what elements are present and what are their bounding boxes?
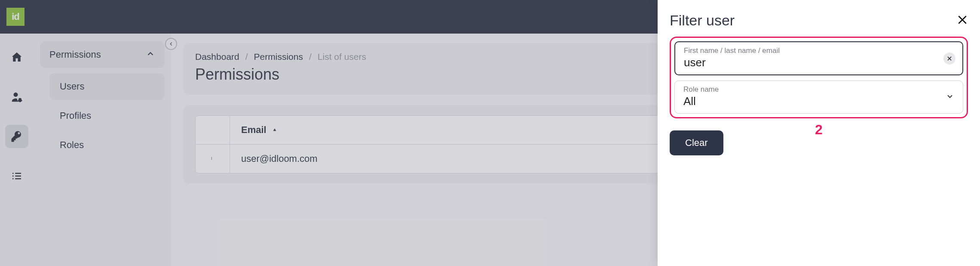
breadcrumb-separator: / [309, 52, 312, 62]
th-email[interactable]: Email [230, 116, 289, 144]
svg-point-1 [211, 158, 211, 158]
logo-text: id [12, 11, 19, 22]
clear-input-icon[interactable] [943, 53, 956, 65]
sidebar-group-permissions[interactable]: Permissions [40, 41, 165, 68]
nav-permissions-icon[interactable] [5, 125, 28, 148]
search-field[interactable]: First name / last name / email user [674, 41, 963, 75]
app-logo[interactable]: id [6, 8, 24, 26]
svg-point-2 [211, 159, 211, 160]
nav-home-icon[interactable] [5, 46, 28, 69]
nav-list-icon[interactable] [5, 164, 28, 188]
chevron-up-icon [146, 49, 155, 60]
filter-fields-highlight: First name / last name / email user Role… [670, 37, 968, 118]
breadcrumb-permissions[interactable]: Permissions [254, 52, 303, 62]
sort-ascending-icon [272, 124, 278, 136]
chevron-down-icon [946, 92, 954, 102]
annotation-marker: 2 [815, 122, 823, 138]
sidebar-item-profiles[interactable]: Profiles [49, 102, 165, 129]
th-actions [196, 116, 230, 144]
role-field-value: All [683, 95, 954, 108]
filter-slideover: Filter user First name / last name / ema… [658, 0, 980, 266]
slideover-header: Filter user [670, 12, 968, 29]
breadcrumb-dashboard[interactable]: Dashboard [195, 52, 239, 62]
search-field-label: First name / last name / email [684, 46, 954, 55]
th-email-label: Email [241, 124, 266, 136]
cell-email: user@idloom.com [230, 145, 329, 173]
clear-filters-button[interactable]: Clear [670, 130, 723, 155]
role-field-label: Role name [683, 85, 954, 94]
slideover-title: Filter user [670, 12, 735, 29]
sidebar-group-title: Permissions [49, 49, 101, 60]
role-select-field[interactable]: Role name All [674, 80, 963, 114]
breadcrumb-separator: / [245, 52, 248, 62]
nav-user-settings-icon[interactable] [5, 85, 28, 108]
icon-sidebar [0, 34, 34, 266]
sidebar-item-users[interactable]: Users [49, 73, 165, 100]
sidebar-items: Users Profiles Roles [40, 73, 165, 158]
svg-point-0 [211, 157, 211, 158]
sidebar-collapse-button[interactable] [165, 38, 177, 50]
secondary-sidebar: Permissions Users Profiles Roles [34, 34, 171, 266]
row-actions-button[interactable] [196, 145, 230, 173]
breadcrumb-current: List of users [318, 52, 366, 62]
search-field-value: user [684, 56, 954, 69]
sidebar-item-roles[interactable]: Roles [49, 132, 165, 158]
close-button[interactable] [957, 14, 968, 27]
